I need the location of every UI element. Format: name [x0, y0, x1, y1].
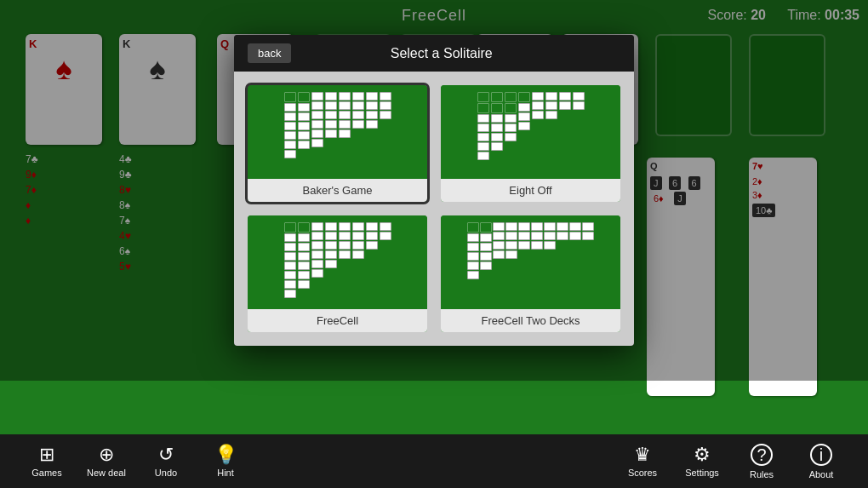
about-icon: i: [810, 444, 832, 466]
games-button[interactable]: ⊞ Games: [17, 434, 77, 488]
bottom-toolbar: ⊞ Games ⊕ New deal ↺ Undo 💡 Hint ♛ Score…: [0, 434, 868, 488]
new-deal-label: New deal: [87, 468, 126, 478]
hint-label: Hint: [217, 468, 234, 478]
undo-button[interactable]: ↺ Undo: [136, 434, 196, 488]
games-label: Games: [31, 468, 61, 478]
freecell-two-decks-preview: [441, 215, 620, 309]
settings-icon: ⚙: [694, 445, 711, 464]
rules-button[interactable]: ? Rules: [732, 434, 791, 488]
toolbar-right: ♛ Scores ⚙ Settings ? Rules i About: [613, 434, 851, 488]
eight-off-label: Eight Off: [441, 179, 620, 202]
hint-button[interactable]: 💡 Hint: [196, 434, 255, 488]
game-area: FreeCell Score: 20 Time: 00:35 K ♠ K ♠ Q…: [0, 0, 868, 434]
bakers-game-preview: [248, 85, 427, 179]
modal-header: back Select a Solitaire: [234, 35, 634, 72]
settings-button[interactable]: ⚙ Settings: [672, 434, 732, 488]
games-icon: ⊞: [39, 445, 54, 464]
rules-icon: ?: [751, 444, 773, 466]
modal-back-button[interactable]: back: [248, 43, 291, 63]
bakers-game-label: Baker's Game: [248, 179, 427, 202]
undo-icon: ↺: [158, 445, 174, 464]
scores-button[interactable]: ♛ Scores: [613, 434, 672, 488]
modal-title: Select a Solitaire: [305, 46, 620, 61]
modal-overlay: back Select a Solitaire: [0, 0, 868, 381]
eight-off-preview: [441, 85, 620, 179]
scores-label: Scores: [628, 468, 657, 478]
rules-label: Rules: [750, 469, 774, 479]
undo-label: Undo: [155, 468, 177, 478]
hint-icon: 💡: [214, 445, 237, 464]
toolbar-left: ⊞ Games ⊕ New deal ↺ Undo 💡 Hint: [17, 434, 255, 488]
freecell-two-decks-label: FreeCell Two Decks: [441, 309, 620, 332]
select-solitaire-modal: back Select a Solitaire: [234, 35, 634, 346]
about-label: About: [809, 469, 834, 479]
modal-body: Baker's Game: [234, 72, 634, 346]
new-deal-button[interactable]: ⊕ New deal: [77, 434, 136, 488]
scores-icon: ♛: [634, 445, 651, 464]
game-option-bakers-game[interactable]: Baker's Game: [248, 85, 427, 202]
new-deal-icon: ⊕: [99, 445, 114, 464]
settings-label: Settings: [685, 468, 719, 478]
game-option-freecell-two-decks[interactable]: FreeCell Two Decks: [441, 215, 620, 332]
game-option-freecell[interactable]: FreeCell: [248, 215, 427, 332]
about-button[interactable]: i About: [791, 434, 851, 488]
freecell-label: FreeCell: [248, 309, 427, 332]
game-option-eight-off[interactable]: Eight Off: [441, 85, 620, 202]
freecell-preview: [248, 215, 427, 309]
